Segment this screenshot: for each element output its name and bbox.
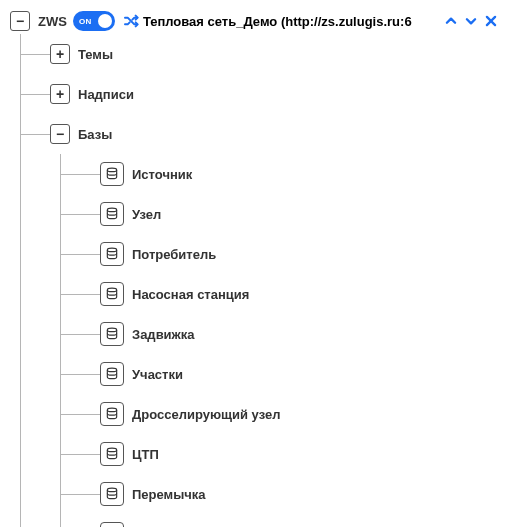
db-node-label[interactable]: Потребитель (132, 247, 216, 262)
svg-point-4 (107, 248, 116, 252)
shuffle-icon[interactable] (123, 13, 139, 29)
db-node[interactable]: Задвижка (100, 314, 498, 354)
header-actions (444, 14, 498, 28)
database-icon (100, 522, 124, 527)
expander-themes[interactable]: + (50, 44, 70, 64)
db-node[interactable]: Потребитель (100, 234, 498, 274)
db-node[interactable]: Обобщенный потребитель (100, 514, 498, 527)
svg-point-9 (107, 448, 116, 452)
svg-point-5 (107, 288, 116, 292)
visibility-toggle[interactable]: ON (73, 11, 115, 31)
db-node-label[interactable]: Узел (132, 207, 161, 222)
database-icon (100, 402, 124, 426)
tree-node-labels[interactable]: + Надписи (50, 74, 498, 114)
node-label[interactable]: Темы (78, 47, 113, 62)
root-label[interactable]: ZWS (38, 14, 67, 29)
db-node-label[interactable]: ЦТП (132, 447, 159, 462)
root-children: + Темы + Надписи − Базы Источник (10, 34, 498, 527)
database-icon (100, 362, 124, 386)
tree-node-themes[interactable]: + Темы (50, 34, 498, 74)
svg-point-7 (107, 368, 116, 372)
db-node-label[interactable]: Задвижка (132, 327, 195, 342)
database-icon (100, 242, 124, 266)
tree-node-bases[interactable]: − Базы (50, 114, 498, 154)
db-node[interactable]: ЦТП (100, 434, 498, 474)
database-icon (100, 202, 124, 226)
database-icon (100, 282, 124, 306)
db-node[interactable]: Перемычка (100, 474, 498, 514)
move-down-icon[interactable] (464, 14, 478, 28)
db-node[interactable]: Насосная станция (100, 274, 498, 314)
db-node[interactable]: Дросселирующий узел (100, 394, 498, 434)
expander-labels[interactable]: + (50, 84, 70, 104)
expander-bases[interactable]: − (50, 124, 70, 144)
node-label[interactable]: Базы (78, 127, 112, 142)
db-node[interactable]: Узел (100, 194, 498, 234)
db-node-label[interactable]: Участки (132, 367, 183, 382)
database-icon (100, 322, 124, 346)
database-icon (100, 482, 124, 506)
db-node[interactable]: Участки (100, 354, 498, 394)
db-node[interactable]: Источник (100, 154, 498, 194)
svg-point-2 (107, 168, 116, 172)
db-node-label[interactable]: Дросселирующий узел (132, 407, 280, 422)
svg-point-6 (107, 328, 116, 332)
root-node[interactable]: − ZWS ON Тепловая сеть_Демо (http://zs.z… (10, 8, 498, 34)
db-node-label[interactable]: Перемычка (132, 487, 206, 502)
svg-point-8 (107, 408, 116, 412)
layer-tree: − ZWS ON Тепловая сеть_Демо (http://zs.z… (10, 8, 498, 527)
server-title[interactable]: Тепловая сеть_Демо (http://zs.zulugis.ru… (143, 14, 440, 29)
db-node-label[interactable]: Источник (132, 167, 192, 182)
close-icon[interactable] (484, 14, 498, 28)
svg-point-10 (107, 488, 116, 492)
db-node-label[interactable]: Насосная станция (132, 287, 249, 302)
svg-point-3 (107, 208, 116, 212)
root-expander[interactable]: − (10, 11, 30, 31)
database-icon (100, 442, 124, 466)
node-label[interactable]: Надписи (78, 87, 134, 102)
bases-children: Источник Узел Потребитель Насосная станц… (50, 154, 498, 527)
move-up-icon[interactable] (444, 14, 458, 28)
database-icon (100, 162, 124, 186)
